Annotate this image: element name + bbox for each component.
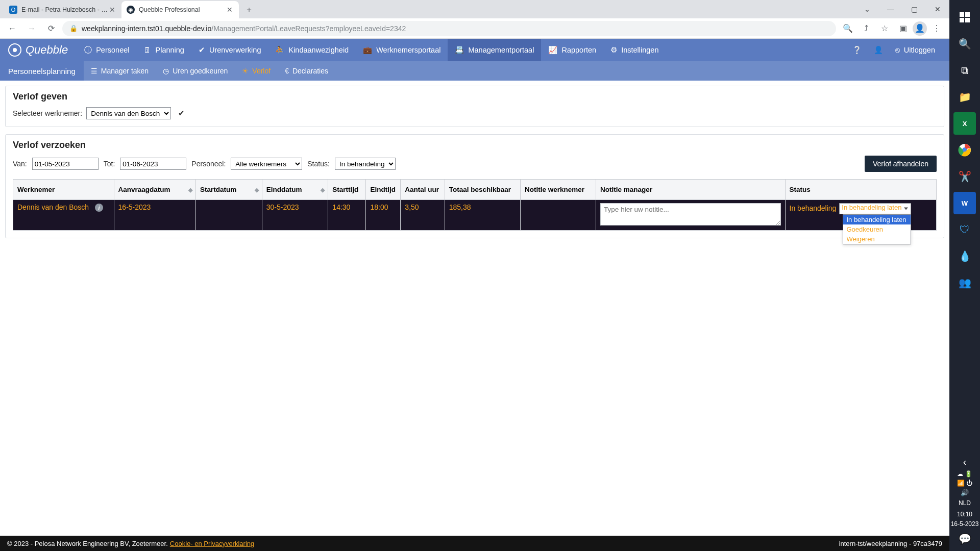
subnav-manager-taken[interactable]: ☰Manager taken <box>84 61 156 81</box>
cell-aanvraagdatum: 16-5-2023 <box>114 200 196 231</box>
clock-time[interactable]: 10:10 <box>957 511 972 519</box>
top-nav: Quebble ⓘPersoneel 🗓Planning ✔Urenverwer… <box>0 39 949 61</box>
th-einddatum[interactable]: Einddatum◆ <box>262 180 328 200</box>
sidepanel-icon[interactable]: ▣ <box>894 20 912 37</box>
url-input[interactable]: 🔒 weekplanning-intern.tst01.quebble-dev.… <box>62 21 836 36</box>
gear-icon: ⚙ <box>610 46 617 54</box>
reload-button[interactable]: ⟳ <box>43 20 59 37</box>
start-button[interactable] <box>953 6 976 29</box>
nav-kindaanwezigheid[interactable]: ⛹Kindaanwezigheid <box>268 39 356 61</box>
subnav-uren-goedkeuren[interactable]: ◷Uren goedkeuren <box>156 61 235 81</box>
heading-verlof-geven: Verlof geven <box>13 91 937 102</box>
tray-icons[interactable]: ☁ 🔋 <box>957 470 972 478</box>
tab-search-icon[interactable]: ⌄ <box>855 0 879 18</box>
th-werknemer[interactable]: Werknemer <box>13 180 114 200</box>
browser-tab-outlook[interactable]: O E-mail - Petra Hulzebosch - Outl… ✕ <box>4 1 121 18</box>
nav-urenverwerking[interactable]: ✔Urenverwerking <box>191 39 268 61</box>
chrome-icon[interactable] <box>953 139 976 161</box>
logout-button[interactable]: ⎋Uitloggen <box>889 39 941 61</box>
notifications-icon[interactable]: 💬 <box>953 532 976 546</box>
outlook-icon: O <box>9 6 17 14</box>
th-startdatum[interactable]: Startdatum◆ <box>196 180 262 200</box>
menu-icon[interactable]: ⋮ <box>928 20 945 37</box>
bookmark-icon[interactable]: ☆ <box>876 20 893 37</box>
select-employee[interactable]: Dennis van den Bosch <box>86 107 171 119</box>
nav-planning[interactable]: 🗓Planning <box>136 39 191 61</box>
label-van: Van: <box>13 160 27 168</box>
share-icon[interactable]: ⤴ <box>857 20 875 37</box>
browser-address-bar: ← → ⟳ 🔒 weekplanning-intern.tst01.quebbl… <box>0 18 949 39</box>
th-aanvraagdatum[interactable]: Aanvraagdatum◆ <box>114 180 196 200</box>
th-totaal-beschikbaar: Totaal beschikbaar <box>445 180 520 200</box>
confirm-employee-button[interactable]: ✔ <box>178 109 185 118</box>
status-option-weigeren[interactable]: Weigeren <box>843 234 911 244</box>
paint-icon[interactable]: 💧 <box>953 245 976 267</box>
security-icon[interactable]: 🛡 <box>953 218 976 241</box>
teams-icon[interactable]: 👥 <box>953 271 976 294</box>
help-button[interactable]: ❔ <box>846 39 868 61</box>
status-option-goedkeuren[interactable]: Goedkeuren <box>843 224 911 234</box>
maximize-button[interactable]: ▢ <box>902 0 926 18</box>
close-window-button[interactable]: ✕ <box>926 0 949 18</box>
footer-privacy-link[interactable]: Cookie- en Privacyverklaring <box>170 540 254 547</box>
subnav-verlof[interactable]: ☀Verlof <box>235 61 278 81</box>
nav-managementportaal[interactable]: 📇Managementportaal <box>448 39 541 61</box>
close-icon[interactable]: ✕ <box>226 6 234 14</box>
app-logo[interactable]: Quebble <box>8 43 68 57</box>
nav-werknemersportaal[interactable]: 💼Werknemersportaal <box>356 39 448 61</box>
url-host: weekplanning-intern.tst01.quebble-dev.io <box>82 24 211 33</box>
clock-icon: ◷ <box>163 67 169 75</box>
excel-icon[interactable]: X <box>953 112 976 135</box>
user-button[interactable]: 👤 <box>868 39 889 61</box>
cell-einddatum: 30-5-2023 <box>262 200 328 231</box>
management-icon: 📇 <box>455 46 464 55</box>
profile-icon[interactable]: 👤 <box>913 21 927 36</box>
tray-icons-2[interactable]: 📶 ⏻ <box>957 480 972 487</box>
th-starttijd: Starttijd <box>328 180 366 200</box>
browser-tab-quebble[interactable]: ◉ Quebble Professional ✕ <box>121 1 239 18</box>
zoom-icon[interactable]: 🔍 <box>839 20 856 37</box>
snip-icon[interactable]: ✂️ <box>953 165 976 188</box>
task-view-icon[interactable]: ⧉ <box>953 59 976 82</box>
search-icon[interactable]: 🔍 <box>953 33 976 55</box>
back-button[interactable]: ← <box>4 20 20 37</box>
nav-personeel[interactable]: ⓘPersoneel <box>77 39 136 61</box>
input-van[interactable] <box>32 158 99 170</box>
footer-build-info: intern-tst/weekplanning - 97ca3479 <box>839 540 942 547</box>
sun-icon: ☀ <box>242 67 249 75</box>
notitie-manager-input[interactable] <box>600 203 780 226</box>
cell-status: In behandeling In behandeling laten In b… <box>785 200 936 231</box>
list-icon: ☰ <box>91 67 97 75</box>
sort-icon: ◆ <box>188 186 192 193</box>
new-tab-button[interactable]: ＋ <box>242 3 256 17</box>
sub-nav: Personeelsplanning ☰Manager taken ◷Uren … <box>0 61 949 81</box>
verlof-afhandelen-button[interactable]: Verlof afhandelen <box>865 156 937 172</box>
app-footer: © 2023 - Pelosa Network Engineering BV, … <box>0 536 949 551</box>
explorer-icon[interactable]: 📁 <box>953 86 976 108</box>
cell-notitie-manager <box>596 200 785 231</box>
status-text: In behandeling <box>790 204 837 212</box>
chevron-left-icon[interactable]: ‹ <box>953 456 976 468</box>
volume-icon[interactable]: 🔊 <box>961 489 969 496</box>
close-icon[interactable]: ✕ <box>108 6 116 14</box>
select-status-filter[interactable]: In behandeling <box>335 158 396 170</box>
subnav-declaraties[interactable]: €Declaraties <box>278 61 335 81</box>
nav-instellingen[interactable]: ⚙Instellingen <box>603 39 666 61</box>
select-personeel[interactable]: Alle werknemers <box>231 158 302 170</box>
cell-startdatum <box>196 200 262 231</box>
euro-icon: € <box>285 67 289 75</box>
input-tot[interactable] <box>120 158 186 170</box>
language-indicator[interactable]: NLD <box>959 499 971 507</box>
minimize-button[interactable]: ― <box>879 0 902 18</box>
sort-icon: ◆ <box>321 186 325 193</box>
info-icon: ⓘ <box>84 45 92 55</box>
status-option-in-behandeling[interactable]: In behandeling laten <box>843 215 911 224</box>
clock-date[interactable]: 16-5-2023 <box>951 520 979 529</box>
word-icon[interactable]: W <box>953 192 976 214</box>
status-select[interactable]: In behandeling laten <box>839 203 911 214</box>
nav-rapporten[interactable]: 📈Rapporten <box>541 39 603 61</box>
logo-eye-icon <box>8 43 21 57</box>
info-icon[interactable]: i <box>95 204 103 212</box>
forward-button[interactable]: → <box>23 20 40 37</box>
briefcase-icon: 💼 <box>363 46 372 55</box>
